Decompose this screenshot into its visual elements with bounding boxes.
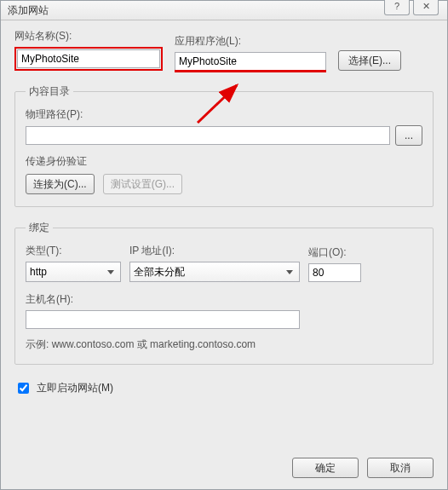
add-website-dialog: 添加网站 ? ✕ 网站名称(S): 应用程序池(L): . 选择(E)...	[0, 0, 448, 490]
binding-port-label: 端口(O):	[308, 245, 361, 260]
start-website-label: 立即启动网站(M)	[37, 381, 113, 395]
connect-as-button[interactable]: 连接为(C)...	[26, 174, 95, 194]
browse-physical-path-button[interactable]: ...	[395, 125, 422, 146]
binding-ip-select[interactable]	[129, 262, 300, 282]
site-name-label: 网站名称(S):	[14, 29, 163, 43]
host-name-example: 示例: www.contoso.com 或 marketing.contoso.…	[26, 337, 422, 352]
site-name-highlight	[14, 47, 163, 71]
cancel-button[interactable]: 取消	[367, 458, 434, 478]
window-title: 添加网站	[8, 4, 49, 16]
site-name-input[interactable]	[17, 49, 160, 68]
content-directory-group: 内容目录 物理路径(P): ... 传递身份验证 连接为(C)... 测试设置(…	[14, 84, 434, 207]
start-website-checkbox[interactable]	[18, 383, 29, 394]
host-name-input[interactable]	[26, 310, 300, 329]
help-button[interactable]: ?	[384, 0, 410, 15]
select-app-pool-button[interactable]: 选择(E)...	[338, 50, 401, 71]
app-pool-underline	[175, 70, 326, 72]
passthrough-auth-label: 传递身份验证	[26, 154, 422, 169]
binding-ip-label: IP 地址(I):	[129, 244, 300, 258]
app-pool-label: 应用程序池(L):	[175, 34, 326, 49]
binding-group: 绑定 类型(T): IP 地址(I): 端口(O):	[14, 221, 434, 365]
physical-path-label: 物理路径(P):	[26, 107, 422, 122]
app-pool-input	[175, 52, 326, 71]
physical-path-input[interactable]	[26, 126, 390, 145]
titlebar: 添加网站 ? ✕	[1, 1, 447, 20]
ok-button[interactable]: 确定	[292, 458, 359, 478]
binding-legend: 绑定	[26, 221, 53, 235]
host-name-label: 主机名(H):	[26, 292, 422, 307]
close-button[interactable]: ✕	[413, 0, 439, 15]
test-settings-button: 测试设置(G)...	[103, 174, 182, 194]
content-directory-legend: 内容目录	[26, 84, 73, 99]
binding-port-input[interactable]	[308, 263, 361, 282]
binding-type-select[interactable]	[26, 262, 121, 282]
binding-type-label: 类型(T):	[26, 244, 121, 258]
